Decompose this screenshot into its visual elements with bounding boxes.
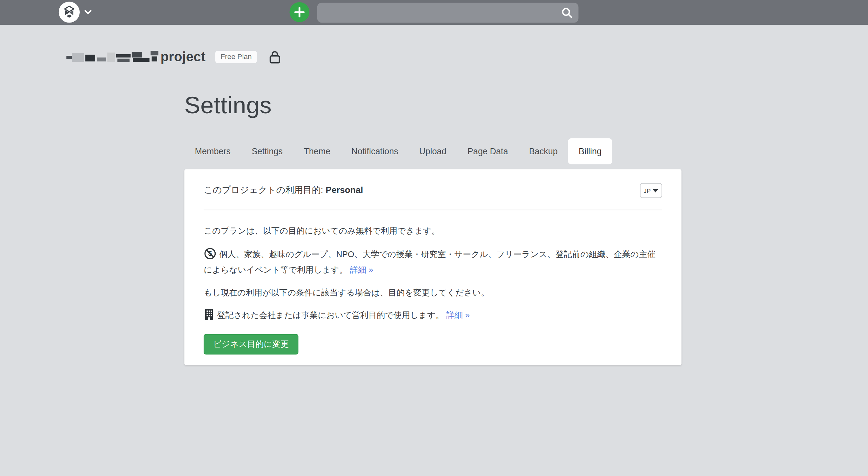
- project-title: project: [160, 49, 206, 65]
- project-header: project Free Plan: [66, 48, 280, 65]
- personal-use-item: $ 個人、家族、趣味のグループ、NPO、大学での授業・研究室・サークル、フリーラ…: [204, 247, 662, 276]
- search-bar[interactable]: [317, 3, 579, 23]
- redacted-project-name: [66, 51, 158, 63]
- search-icon[interactable]: [561, 7, 573, 19]
- personal-use-text: 個人、家族、趣味のグループ、NPO、大学での授業・研究室・サークル、フリーランス…: [204, 249, 655, 274]
- tab-billing[interactable]: Billing: [568, 138, 612, 164]
- personal-detail-link[interactable]: 詳細 »: [350, 265, 373, 274]
- chevron-down-icon[interactable]: [84, 9, 92, 15]
- tab-upload[interactable]: Upload: [409, 138, 457, 164]
- business-use-text: 登記された会社または事業において営利目的で使用します。: [217, 310, 444, 320]
- tab-theme[interactable]: Theme: [293, 138, 341, 164]
- page-root: project Free Plan Settings Members Setti…: [0, 0, 868, 476]
- tab-members[interactable]: Members: [184, 138, 241, 164]
- new-page-button[interactable]: [290, 2, 310, 22]
- plan-badge: Free Plan: [216, 51, 257, 63]
- tab-notifications[interactable]: Notifications: [341, 138, 408, 164]
- plan-intro-text: このプランは、以下の目的においてのみ無料で利用できます。: [204, 224, 662, 237]
- no-money-icon: $: [204, 247, 216, 263]
- change-condition-note: もし現在の利用が以下の条件に該当する場合は、目的を変更してください。: [204, 286, 662, 299]
- page-title: Settings: [184, 92, 272, 119]
- language-code: JP: [644, 187, 650, 194]
- project-purpose: このプロジェクトの利用目的: Personal: [204, 185, 363, 197]
- project-switcher[interactable]: [59, 2, 92, 23]
- caret-down-icon: [653, 189, 658, 192]
- app-logo-icon[interactable]: [59, 2, 80, 23]
- billing-header: このプロジェクトの利用目的: Personal JP: [204, 169, 662, 198]
- tab-backup[interactable]: Backup: [519, 138, 568, 164]
- purpose-label: このプロジェクトの利用目的:: [204, 185, 326, 195]
- building-icon: [204, 308, 214, 324]
- private-lock-icon: [269, 50, 281, 64]
- change-to-business-button[interactable]: ビジネス目的に変更: [204, 334, 298, 354]
- settings-tabs: Members Settings Theme Notifications Upl…: [184, 138, 612, 164]
- billing-panel: このプロジェクトの利用目的: Personal JP このプランは、以下の目的に…: [184, 169, 681, 365]
- business-detail-link[interactable]: 詳細 »: [446, 310, 470, 320]
- tab-page-data[interactable]: Page Data: [457, 138, 519, 164]
- purpose-value: Personal: [326, 185, 363, 195]
- language-selector[interactable]: JP: [640, 183, 662, 198]
- divider: [204, 210, 662, 210]
- business-use-item: 登記された会社または事業において営利目的で使用します。 詳細 »: [204, 308, 662, 324]
- tab-settings[interactable]: Settings: [241, 138, 293, 164]
- search-input[interactable]: [317, 3, 561, 23]
- top-navbar: [0, 0, 868, 25]
- plus-icon: [293, 6, 306, 18]
- scrapbox-logo-glyph: [62, 5, 76, 20]
